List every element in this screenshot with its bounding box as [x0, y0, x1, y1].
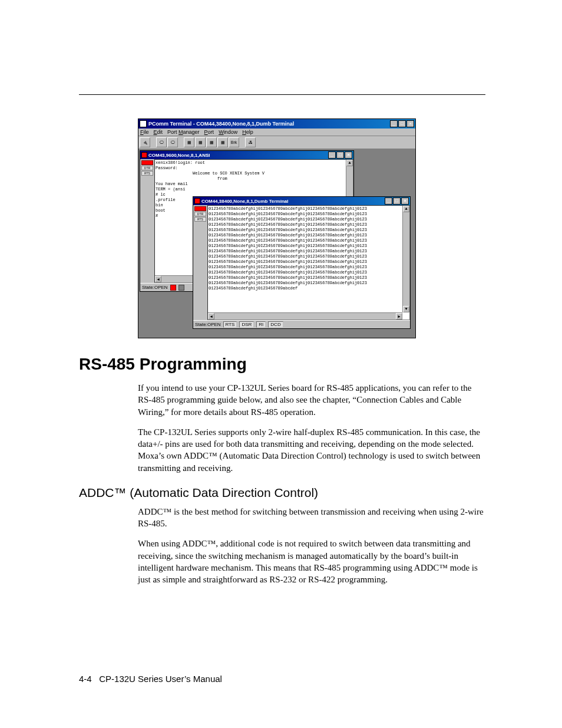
win2-terminal-output[interactable]: 0123456789abcdefghij0123456789abcdefghij… [207, 205, 410, 320]
toolbar-btn-8[interactable]: 🖧 [245, 137, 256, 147]
paragraph: ADDC™ is the best method for switching b… [138, 506, 485, 530]
win2-statusbar: State:OPEN RTS DSR RI DCD [193, 320, 410, 328]
status-led-icon [170, 285, 176, 291]
win1-titlebar: COM43,9600,None,8,1,ANSI _ □ × [140, 151, 353, 159]
page-footer: 4-4 CP-132U Series User’s Manual [79, 674, 222, 684]
status-state: State:OPEN [195, 322, 221, 327]
terminal-icon [141, 152, 147, 158]
scroll-left-icon[interactable]: ◀ [155, 276, 161, 282]
led-rts: RTS [141, 171, 153, 176]
win1-led-panel: DTR RTS [140, 159, 154, 283]
term-line: 0123456789abcdefghij0123456789abcdefghij… [209, 259, 402, 265]
led-dtr: DTR [141, 166, 153, 170]
heading-rs485: RS-485 Programming [79, 355, 485, 374]
term-line: Welcome to SCO XENIX System V [156, 171, 346, 176]
term-line: 0123456789abcdefghij0IZ3456789abcdefghij… [209, 217, 402, 222]
minimize-icon[interactable]: _ [328, 151, 336, 159]
toolbar-btn-brk[interactable]: Brk [229, 137, 239, 147]
menu-port[interactable]: Port [204, 129, 214, 135]
toolbar-btn-3[interactable]: 🖵 [167, 137, 178, 147]
maximize-icon[interactable]: □ [336, 151, 344, 159]
close-icon[interactable]: × [401, 197, 409, 205]
menubar: File Edit Port Manager Port Window Help [138, 129, 415, 136]
win2-title: COM44,38400,None,8,1,Dumb Terminal [201, 199, 385, 204]
win1-title: COM43,9600,None,8,1,ANSI [148, 153, 328, 158]
menu-file[interactable]: File [140, 129, 149, 135]
scroll-up-icon[interactable]: ▲ [346, 160, 353, 166]
heading-addc: ADDC™ (Automatic Data Direction Control) [79, 486, 485, 500]
scroll-left-icon[interactable]: ◀ [208, 313, 214, 319]
status-cell: RTS [223, 321, 237, 328]
menu-help[interactable]: Help [242, 129, 253, 135]
term-line: 0123456789abcdefghij0IZ3456789abcdefghij… [209, 265, 402, 270]
win2-led-panel: DTR RTS [193, 205, 207, 320]
maximize-icon[interactable]: □ [393, 197, 401, 205]
term-line: TERM = (ansi [156, 187, 346, 192]
paragraph: The CP-132UL Series supports only 2-wire… [138, 426, 485, 474]
menu-port-manager[interactable]: Port Manager [167, 129, 200, 135]
term-line: Password: [156, 166, 346, 171]
app-title: PComm Terminal - COM44,38400,None,8,1,Du… [148, 121, 390, 127]
app-icon [140, 120, 147, 127]
status-cell: DSR [239, 321, 254, 328]
menu-edit[interactable]: Edit [154, 129, 163, 135]
minimize-icon[interactable]: _ [390, 120, 398, 127]
led-dtr: DTR [194, 212, 206, 216]
term-line: 0123456789abcdefghij0123456789abcdefghij… [209, 275, 402, 281]
paragraph: If you intend to use your CP-132UL Serie… [138, 382, 485, 418]
scroll-right-icon[interactable]: ▶ [396, 313, 402, 319]
status-cell: DCD [268, 321, 283, 328]
close-icon[interactable]: × [406, 120, 414, 127]
term-line: 0123456789abcdefghij0123456789abcdefghij… [209, 206, 402, 212]
maximize-icon[interactable]: □ [398, 120, 406, 127]
led-red-icon [141, 160, 153, 165]
term-line: 0123456789abcdefghij0123456789abcdefghij… [209, 249, 402, 254]
term-line: 0123456789abcdefghij0123456789abcdefghij… [209, 233, 402, 238]
term-line: 0123456789abcdefghij0IZ3456789abcdefghij… [209, 222, 402, 228]
header-rule [79, 94, 485, 95]
win2-titlebar: COM44,38400,None,8,1,Dumb Terminal _ □ × [193, 197, 410, 205]
term-line: 0123456789abcdefghij0IZ3456789abcdefghij… [209, 243, 402, 249]
page-number: 4-4 [79, 674, 92, 684]
scroll-down-icon[interactable]: ▼ [403, 306, 409, 312]
close-icon[interactable]: × [345, 151, 352, 159]
term-line: xenix386!login: root [156, 160, 346, 166]
led-red-icon [194, 206, 206, 211]
term-line: 0123456789abcdefghij0123456789abcdefghij… [209, 270, 402, 275]
mdi-workspace: COM43,9600,None,8,1,ANSI _ □ × DTR RTS x… [138, 149, 415, 338]
toolbar-btn-1[interactable]: 🔌 [140, 137, 150, 147]
app-titlebar: PComm Terminal - COM44,38400,None,8,1,Du… [138, 119, 415, 129]
term-line: 0123456789abcdefghij0123456789abcdefghij… [209, 212, 402, 217]
toolbar-btn-7[interactable]: ▦ [217, 137, 228, 147]
status-cell: RI [256, 321, 266, 328]
status-led-icon [178, 285, 184, 291]
manual-title: CP-132U Series User’s Manual [99, 674, 222, 684]
scroll-up-icon[interactable]: ▲ [403, 206, 409, 212]
menu-window[interactable]: Window [219, 129, 237, 135]
vertical-scrollbar[interactable]: ▲▼ [402, 206, 409, 312]
terminal-window-com44[interactable]: COM44,38400,None,8,1,Dumb Terminal _ □ ×… [193, 196, 411, 329]
term-line: 0123456789abcdefghij0123456789abcdefghij… [209, 238, 402, 243]
terminal-icon [194, 198, 200, 204]
toolbar-btn-4[interactable]: ▦ [184, 137, 194, 147]
term-line: 0123456789abcdefghij0123456789abcdefghij… [209, 254, 402, 259]
minimize-icon[interactable]: _ [385, 197, 392, 205]
toolbar-btn-2[interactable]: 🖵 [156, 137, 167, 147]
status-state: State:OPEN [142, 285, 168, 290]
toolbar: 🔌 🖵 🖵 ▦ ▦ ▦ ▦ Brk 🖧 [138, 136, 415, 149]
horizontal-scrollbar[interactable]: ◀▶ [208, 312, 402, 319]
toolbar-btn-6[interactable]: ▦ [206, 137, 217, 147]
term-line: 0123456789abcdefghij0123456789abcdef [209, 286, 402, 291]
term-line: from [156, 176, 346, 182]
term-line: 0123456789abcdefghij0123456789abcdefghij… [209, 281, 402, 286]
toolbar-btn-5[interactable]: ▦ [195, 137, 206, 147]
paragraph: When using ADDC™, additional code is not… [138, 538, 485, 585]
led-rts: RTS [194, 217, 206, 222]
pcomm-terminal-screenshot: PComm Terminal - COM44,38400,None,8,1,Du… [138, 118, 416, 338]
term-line: You have mail [156, 182, 346, 187]
term-line: 0123456789abcdefghij0123456789abcdefghij… [209, 228, 402, 233]
